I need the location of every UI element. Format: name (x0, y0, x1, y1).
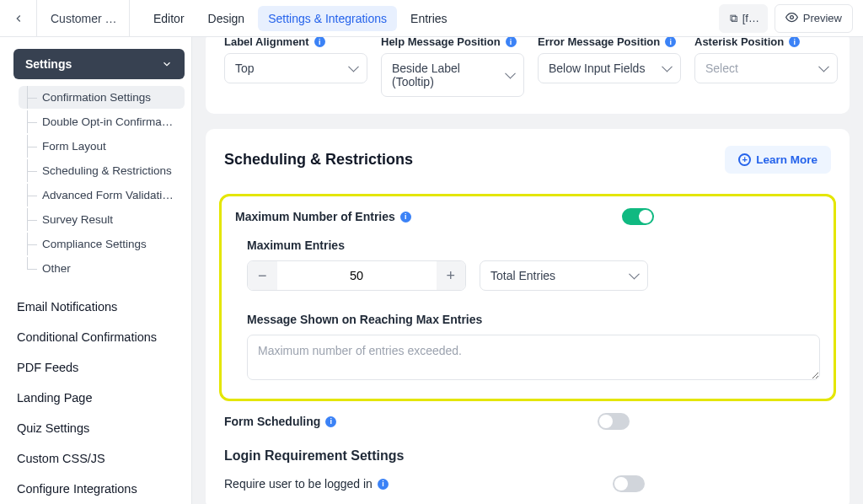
tab-design[interactable]: Design (198, 6, 255, 31)
tab-editor[interactable]: Editor (143, 6, 195, 31)
maximum-entries-sublabel: Maximum Entries (247, 239, 820, 252)
sidebar-item-confirmation-settings[interactable]: Confirmation Settings (19, 86, 185, 109)
max-entries-message-textarea[interactable] (247, 335, 820, 380)
info-icon[interactable]: i (325, 416, 336, 427)
sidebar-item-double-optin[interactable]: Double Opt-in Confirma… (19, 110, 185, 133)
sidebar-link-landing-page[interactable]: Landing Page (13, 383, 185, 413)
max-entries-highlight: Maximum Number of Entries i Maximum Entr… (219, 194, 836, 401)
sidebar-link-conditional-confirmations[interactable]: Conditional Confirmations (13, 322, 185, 352)
learn-more-label: Learn More (756, 153, 817, 166)
info-icon[interactable]: i (378, 479, 389, 490)
back-button[interactable] (0, 0, 37, 37)
max-entries-message-label: Message Shown on Reaching Max Entries (247, 313, 820, 326)
tab-settings-integrations[interactable]: Settings & Integrations (258, 6, 397, 31)
info-icon[interactable]: i (665, 37, 676, 47)
sidebar-settings-header[interactable]: Settings (13, 49, 185, 79)
sidebar-link-configure-integrations[interactable]: Configure Integrations (13, 474, 185, 504)
form-layout-card: Label Alignmenti Top Help Message Positi… (206, 37, 850, 114)
help-message-position-select[interactable]: Beside Label (Tooltip) (381, 53, 524, 97)
scheduling-restrictions-title: Scheduling & Restrictions (224, 151, 413, 169)
info-icon[interactable]: i (314, 37, 325, 47)
asterisk-position-label: Asterisk Positioni (694, 37, 838, 48)
sidebar-settings-label: Settings (25, 57, 72, 71)
entries-scope-select[interactable]: Total Entries (480, 260, 648, 291)
max-entries-stepper: − + (247, 260, 466, 291)
chevron-down-icon (161, 58, 173, 70)
sidebar-link-pdf-feeds[interactable]: PDF Feeds (13, 352, 185, 383)
info-icon[interactable]: i (506, 37, 517, 47)
sidebar-item-compliance-settings[interactable]: Compliance Settings (19, 233, 185, 255)
preview-label: Preview (803, 12, 842, 24)
page-title: Customer … (37, 0, 130, 37)
chevron-left-icon (13, 13, 24, 24)
sidebar-item-form-layout[interactable]: Form Layout (19, 135, 185, 158)
form-scheduling-label: Form Scheduling i (224, 415, 336, 428)
require-login-toggle[interactable] (613, 475, 645, 492)
stepper-increment[interactable]: + (437, 261, 466, 290)
form-scheduling-toggle[interactable] (598, 413, 630, 430)
sidebar-item-other[interactable]: Other (19, 257, 185, 280)
sidebar-link-email-notifications[interactable]: Email Notifications (13, 292, 185, 322)
require-login-label: Require user to be logged in i (224, 477, 389, 491)
top-nav: Editor Design Settings & Integrations En… (130, 6, 458, 31)
max-entries-toggle[interactable] (622, 208, 654, 225)
login-requirement-title: Login Requirement Settings (224, 448, 831, 464)
sidebar-item-survey-result[interactable]: Survey Result (19, 208, 185, 231)
sidebar-item-advanced-validation[interactable]: Advanced Form Validati… (19, 184, 185, 206)
plus-circle-icon: + (738, 153, 751, 166)
shortcode-button[interactable]: ⧉ [f… (719, 4, 768, 33)
tab-entries[interactable]: Entries (400, 6, 458, 31)
learn-more-button[interactable]: + Learn More (725, 146, 831, 174)
eye-icon (785, 11, 798, 26)
sidebar-link-quiz-settings[interactable]: Quiz Settings (13, 413, 185, 443)
asterisk-position-select[interactable]: Select (694, 53, 838, 83)
sidebar-link-custom-css-js[interactable]: Custom CSS/JS (13, 443, 185, 474)
scheduling-restrictions-card: Scheduling & Restrictions + Learn More M… (206, 129, 850, 504)
label-alignment-label: Label Alignmenti (224, 37, 367, 48)
svg-point-0 (790, 15, 793, 19)
error-message-position-select[interactable]: Below Input Fields (538, 53, 681, 83)
stepper-decrement[interactable]: − (248, 261, 277, 290)
info-icon[interactable]: i (400, 212, 411, 223)
shortcode-label: [f… (742, 12, 759, 24)
label-alignment-select[interactable]: Top (224, 53, 367, 83)
help-message-position-label: Help Message Positioni (381, 37, 524, 48)
info-icon[interactable]: i (789, 37, 800, 47)
preview-button[interactable]: Preview (775, 4, 853, 33)
max-entries-input[interactable] (277, 261, 437, 290)
sidebar-item-scheduling-restrictions[interactable]: Scheduling & Restrictions (19, 159, 185, 182)
bracket-icon: ⧉ (730, 12, 737, 25)
error-message-position-label: Error Message Positioni (538, 37, 681, 48)
max-entries-label: Maximum Number of Entries i (235, 210, 411, 223)
